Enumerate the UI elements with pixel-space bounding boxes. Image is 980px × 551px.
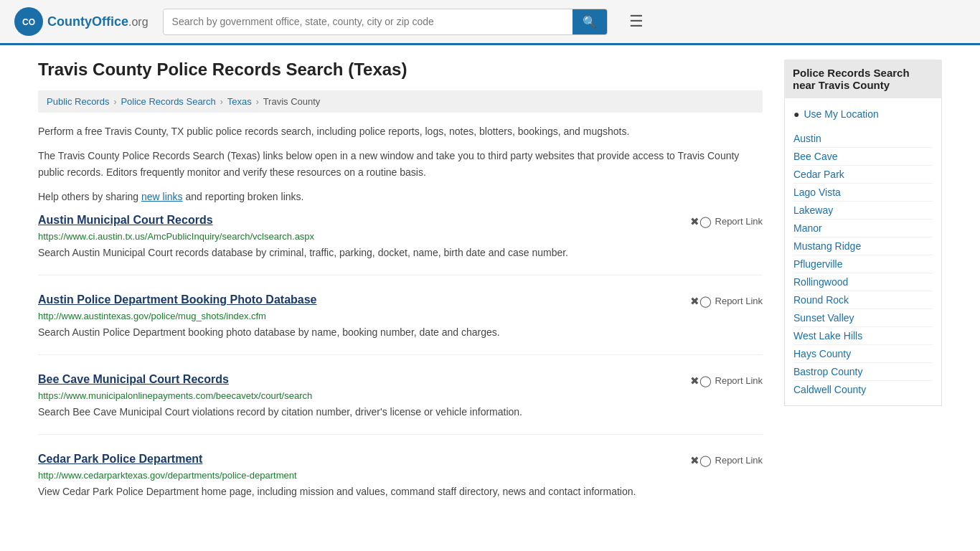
report-icon: ✖◯ bbox=[690, 215, 712, 228]
sidebar-link-hays-county[interactable]: Hays County bbox=[793, 345, 933, 363]
breadcrumb-travis-county: Travis County bbox=[263, 96, 321, 107]
search-button[interactable]: 🔍 bbox=[573, 9, 607, 34]
report-icon: ✖◯ bbox=[690, 295, 712, 308]
report-link-btn-bee-cave[interactable]: ✖◯ Report Link bbox=[690, 373, 763, 387]
report-link-btn-cedar-park[interactable]: ✖◯ Report Link bbox=[690, 453, 763, 467]
new-links-link[interactable]: new links bbox=[141, 191, 183, 202]
report-icon: ✖◯ bbox=[690, 375, 712, 387]
result-desc-austin-municipal: Search Austin Municipal Court records da… bbox=[38, 245, 763, 260]
sidebar-content: ● Use My Location Austin Bee Cave Cedar … bbox=[784, 98, 942, 406]
content-area: Travis County Police Records Search (Tex… bbox=[38, 60, 763, 532]
use-my-location-btn[interactable]: ● Use My Location bbox=[793, 105, 933, 123]
sidebar-link-bastrop-county[interactable]: Bastrop County bbox=[793, 363, 933, 381]
result-header: Austin Municipal Court Records ✖◯ Report… bbox=[38, 214, 763, 228]
result-title-bee-cave[interactable]: Bee Cave Municipal Court Records bbox=[38, 373, 229, 386]
search-icon: 🔍 bbox=[583, 16, 597, 28]
result-header: Austin Police Department Booking Photo D… bbox=[38, 293, 763, 308]
sidebar-link-cedar-park[interactable]: Cedar Park bbox=[793, 166, 933, 184]
desc-paragraph-3: Help others by sharing new links and rep… bbox=[38, 189, 763, 204]
result-item: Austin Municipal Court Records ✖◯ Report… bbox=[38, 214, 763, 276]
sidebar-link-west-lake-hills[interactable]: West Lake Hills bbox=[793, 327, 933, 345]
sidebar-link-pflugerville[interactable]: Pflugerville bbox=[793, 255, 933, 273]
sidebar: Police Records Search near Travis County… bbox=[784, 60, 942, 532]
page-title: Travis County Police Records Search (Tex… bbox=[38, 60, 763, 80]
result-title-austin-police[interactable]: Austin Police Department Booking Photo D… bbox=[38, 293, 317, 306]
location-pin-icon: ● bbox=[793, 108, 799, 120]
result-desc-bee-cave: Search Bee Cave Municipal Court violatio… bbox=[38, 405, 763, 420]
breadcrumb-public-records[interactable]: Public Records bbox=[47, 96, 109, 107]
result-header: Bee Cave Municipal Court Records ✖◯ Repo… bbox=[38, 373, 763, 387]
main-layout: Travis County Police Records Search (Tex… bbox=[24, 45, 956, 546]
report-link-btn-austin-police[interactable]: ✖◯ Report Link bbox=[690, 293, 763, 308]
result-url-bee-cave[interactable]: https://www.municipalonlinepayments.com/… bbox=[38, 390, 763, 401]
site-header: CO CountyOffice.org 🔍 ☰ bbox=[0, 0, 980, 45]
result-item: Bee Cave Municipal Court Records ✖◯ Repo… bbox=[38, 373, 763, 435]
result-header: Cedar Park Police Department ✖◯ Report L… bbox=[38, 453, 763, 467]
sidebar-link-mustang-ridge[interactable]: Mustang Ridge bbox=[793, 237, 933, 255]
result-title-cedar-park[interactable]: Cedar Park Police Department bbox=[38, 453, 202, 466]
report-link-btn-austin-municipal[interactable]: ✖◯ Report Link bbox=[690, 214, 763, 228]
breadcrumb-sep-1: › bbox=[113, 97, 116, 107]
sidebar-heading: Police Records Search near Travis County bbox=[784, 60, 942, 98]
breadcrumb-sep-3: › bbox=[256, 97, 259, 107]
sidebar-link-manor[interactable]: Manor bbox=[793, 220, 933, 237]
sidebar-link-lago-vista[interactable]: Lago Vista bbox=[793, 184, 933, 202]
use-location-label: Use My Location bbox=[804, 108, 878, 120]
logo-text: CountyOffice.org bbox=[47, 14, 149, 29]
breadcrumb-texas[interactable]: Texas bbox=[227, 96, 252, 107]
sidebar-link-caldwell-county[interactable]: Caldwell County bbox=[793, 381, 933, 398]
logo-icon: CO bbox=[14, 7, 43, 36]
result-desc-austin-police: Search Austin Police Department booking … bbox=[38, 325, 763, 340]
sidebar-link-rollingwood[interactable]: Rollingwood bbox=[793, 273, 933, 291]
result-title-austin-municipal[interactable]: Austin Municipal Court Records bbox=[38, 214, 213, 227]
logo[interactable]: CO CountyOffice.org bbox=[14, 7, 149, 36]
svg-text:CO: CO bbox=[22, 17, 35, 27]
result-item: Austin Police Department Booking Photo D… bbox=[38, 293, 763, 355]
report-icon: ✖◯ bbox=[690, 454, 712, 467]
result-item: Cedar Park Police Department ✖◯ Report L… bbox=[38, 453, 763, 514]
desc-paragraph-1: Perform a free Travis County, TX public … bbox=[38, 123, 763, 139]
result-url-austin-municipal[interactable]: https://www.ci.austin.tx.us/AmcPublicInq… bbox=[38, 231, 763, 242]
results-list: Austin Municipal Court Records ✖◯ Report… bbox=[38, 214, 763, 514]
desc-paragraph-2: The Travis County Police Records Search … bbox=[38, 148, 763, 180]
hamburger-icon: ☰ bbox=[629, 12, 644, 30]
sidebar-link-round-rock[interactable]: Round Rock bbox=[793, 291, 933, 309]
sidebar-link-austin[interactable]: Austin bbox=[793, 130, 933, 148]
result-url-austin-police[interactable]: http://www.austintexas.gov/police/mug_sh… bbox=[38, 311, 763, 321]
breadcrumb: Public Records › Police Records Search ›… bbox=[38, 90, 763, 113]
menu-button[interactable]: ☰ bbox=[629, 12, 644, 31]
result-url-cedar-park[interactable]: http://www.cedarparktexas.gov/department… bbox=[38, 470, 763, 481]
search-input[interactable] bbox=[164, 10, 573, 33]
sidebar-link-bee-cave[interactable]: Bee Cave bbox=[793, 148, 933, 166]
search-bar: 🔍 bbox=[163, 9, 608, 35]
breadcrumb-sep-2: › bbox=[220, 97, 223, 107]
result-desc-cedar-park: View Cedar Park Police Department home p… bbox=[38, 484, 763, 499]
sidebar-link-lakeway[interactable]: Lakeway bbox=[793, 202, 933, 220]
sidebar-link-sunset-valley[interactable]: Sunset Valley bbox=[793, 309, 933, 327]
breadcrumb-police-records-search[interactable]: Police Records Search bbox=[121, 96, 215, 107]
